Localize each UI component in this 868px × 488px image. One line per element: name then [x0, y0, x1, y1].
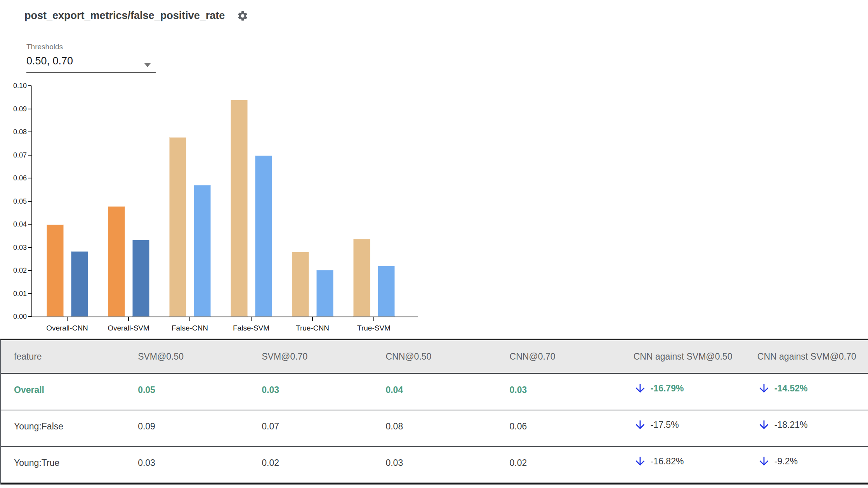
- x-axis-label: False-SVM: [218, 324, 284, 332]
- y-axis-tick: [28, 247, 31, 248]
- bar[interactable]: [132, 240, 149, 317]
- table-header-row: featureSVM@0.50SVM@0.70CNN@0.50CNN@0.70C…: [1, 340, 868, 374]
- y-axis-tick: [28, 85, 31, 86]
- x-axis-tick: [189, 317, 190, 321]
- delta-cell: -17.5%: [620, 410, 744, 446]
- y-axis-tick-label: 0.07: [4, 151, 27, 159]
- y-axis-tick: [28, 132, 31, 132]
- metric-value-cell: 0.09: [125, 410, 248, 446]
- metric-value-cell: 0.03: [496, 374, 620, 410]
- column-header: SVM@0.70: [248, 351, 372, 362]
- metric-value-cell: 0.05: [125, 374, 248, 410]
- y-axis-tick-label: 0.00: [4, 312, 27, 321]
- column-header: CNN@0.50: [372, 351, 496, 362]
- column-header: CNN against SVM@0.50: [620, 351, 744, 362]
- feature-cell: Overall: [1, 374, 125, 410]
- y-axis-tick-label: 0.02: [4, 266, 27, 275]
- delta-cell: -18.21%: [744, 410, 868, 446]
- feature-cell: Young:False: [1, 410, 125, 446]
- y-axis-tick-label: 0.04: [4, 220, 27, 228]
- bar[interactable]: [71, 251, 88, 317]
- metric-value-cell: 0.02: [496, 447, 620, 483]
- metric-value-cell: 0.07: [248, 410, 372, 446]
- metric-value-cell: 0.02: [248, 447, 372, 483]
- y-axis-tick-label: 0.08: [4, 128, 27, 136]
- x-axis-label: True-SVM: [341, 324, 407, 332]
- y-axis-tick-label: 0.01: [4, 289, 27, 298]
- down-arrow-icon: [634, 455, 647, 468]
- bar[interactable]: [378, 266, 395, 317]
- metric-value-cell: 0.08: [372, 410, 496, 446]
- x-axis-label: Overall-SVM: [95, 324, 161, 332]
- y-axis-tick: [28, 270, 31, 271]
- x-axis-label: False-CNN: [157, 324, 223, 332]
- y-axis-tick: [28, 224, 31, 225]
- delta-value: -16.79%: [651, 383, 684, 394]
- bar[interactable]: [292, 252, 309, 317]
- x-axis-tick: [251, 317, 252, 321]
- bar[interactable]: [353, 239, 370, 317]
- x-axis-tick: [67, 317, 68, 321]
- bar[interactable]: [316, 270, 333, 317]
- delta-value: -18.21%: [774, 420, 808, 430]
- thresholds-label: Thresholds: [26, 43, 63, 51]
- x-axis-label: Overall-CNN: [34, 324, 100, 332]
- column-header: CNN against SVM@0.70: [744, 351, 868, 362]
- delta-cell: -16.79%: [620, 374, 744, 410]
- y-axis: [31, 86, 32, 317]
- bar[interactable]: [194, 185, 211, 317]
- feature-cell: Young:True: [1, 447, 125, 483]
- y-axis-tick-label: 0.10: [4, 81, 27, 90]
- metric-value-cell: 0.04: [372, 374, 496, 410]
- y-axis-tick-label: 0.06: [4, 174, 27, 182]
- x-axis-label: True-CNN: [279, 324, 345, 332]
- y-axis-tick: [28, 201, 31, 202]
- down-arrow-icon: [634, 418, 647, 431]
- metric-value-cell: 0.03: [372, 447, 496, 483]
- y-axis-tick-label: 0.09: [4, 105, 27, 113]
- metric-value-cell: 0.03: [248, 374, 372, 410]
- table-row: Overall0.050.030.040.03-16.79%-14.52%: [1, 374, 868, 410]
- metrics-table: featureSVM@0.50SVM@0.70CNN@0.50CNN@0.70C…: [0, 339, 868, 485]
- table-row: Young:False0.090.070.080.06-17.5%-18.21%: [1, 410, 868, 447]
- x-axis-tick: [312, 317, 313, 321]
- column-header: SVM@0.50: [125, 351, 248, 362]
- column-header: CNN@0.70: [496, 351, 620, 362]
- down-arrow-icon: [634, 382, 647, 395]
- metric-value-cell: 0.06: [496, 410, 620, 446]
- table-row: Young:True0.030.020.030.02-16.82%-9.2%: [1, 447, 868, 485]
- dropdown-underline: [26, 72, 156, 73]
- down-arrow-icon: [757, 382, 771, 395]
- delta-value: -14.52%: [774, 383, 808, 394]
- thresholds-value: 0.50, 0.70: [26, 55, 73, 67]
- thresholds-dropdown[interactable]: Thresholds 0.50, 0.70: [26, 42, 156, 74]
- y-axis-tick: [28, 178, 31, 178]
- down-arrow-icon: [757, 455, 771, 468]
- down-arrow-icon: [757, 418, 771, 431]
- y-axis-tick: [28, 316, 31, 317]
- x-axis-tick: [373, 317, 374, 321]
- chevron-down-icon: [144, 63, 151, 67]
- x-axis-tick: [128, 317, 129, 321]
- metric-value-cell: 0.03: [125, 447, 248, 483]
- y-axis-tick-label: 0.03: [4, 243, 27, 252]
- delta-cell: -9.2%: [744, 447, 868, 483]
- bar[interactable]: [231, 100, 248, 317]
- false-positive-rate-bar-chart: 0.000.010.020.030.040.050.060.070.080.09…: [31, 86, 417, 317]
- delta-value: -9.2%: [774, 456, 798, 467]
- column-header: feature: [1, 351, 125, 362]
- delta-cell: -14.52%: [744, 374, 868, 410]
- y-axis-tick: [28, 293, 31, 294]
- settings-gear-icon[interactable]: [237, 10, 248, 22]
- page-title: post_export_metrics/false_positive_rate: [24, 10, 225, 22]
- bar[interactable]: [169, 137, 186, 317]
- bar[interactable]: [108, 206, 125, 317]
- y-axis-tick: [28, 155, 31, 156]
- y-axis-tick-label: 0.05: [4, 197, 27, 206]
- delta-cell: -16.82%: [620, 447, 744, 483]
- delta-value: -16.82%: [651, 456, 684, 467]
- x-axis: [31, 317, 418, 317]
- bar[interactable]: [255, 156, 272, 317]
- bar[interactable]: [47, 225, 64, 317]
- delta-value: -17.5%: [651, 420, 679, 430]
